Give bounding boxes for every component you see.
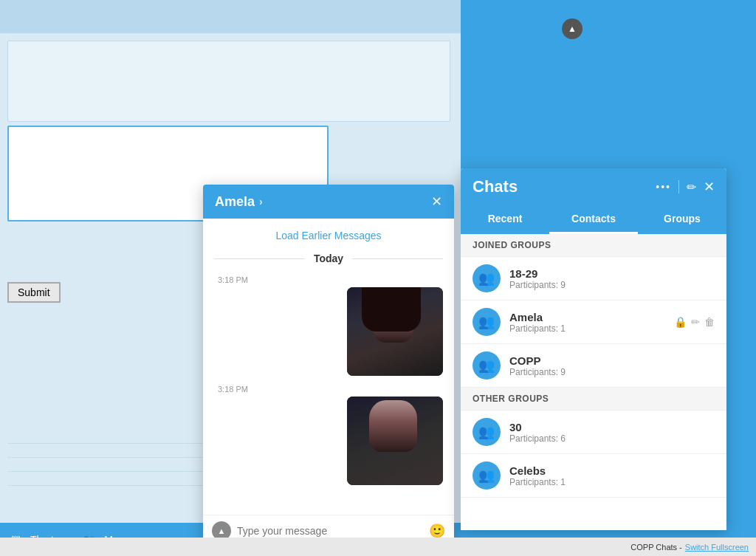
chat-message-input[interactable] xyxy=(237,525,423,537)
group-name-18-29: 18-29 xyxy=(509,267,715,280)
group-icon-copp: 👥 xyxy=(472,351,501,380)
group-info-amela: Amela Participants: 1 xyxy=(509,311,674,334)
status-bar: COPP Chats - Switch Fullscreen xyxy=(0,538,756,556)
load-earlier-link[interactable]: Load Earlier Messages xyxy=(275,230,381,241)
status-text: COPP Chats - xyxy=(630,543,682,552)
lock-icon[interactable]: 🔒 xyxy=(674,316,687,328)
chat-window: Amela › ✕ Load Earlier Messages Today 3:… xyxy=(203,185,454,546)
tab-groups[interactable]: Groups xyxy=(638,205,726,234)
message-time: 3:18 PM xyxy=(214,275,248,284)
chat-body: Load Earlier Messages Today 3:18 PM 3:18… xyxy=(203,219,454,515)
group-name-copp: COPP xyxy=(509,354,715,367)
group-info-copp: COPP Participants: 9 xyxy=(509,354,715,377)
group-item-copp[interactable]: 👥 COPP Participants: 9 xyxy=(461,344,726,388)
scroll-top-arrow[interactable]: ▲ xyxy=(562,18,583,39)
tab-contacts[interactable]: Contacts xyxy=(549,205,638,234)
chats-panel: Chats ••• ✏ ✕ Recent Contacts Groups JOI… xyxy=(461,168,726,530)
chat-close-button[interactable]: ✕ xyxy=(431,193,442,210)
chats-panel-title: Chats xyxy=(472,177,518,196)
group-icon-30: 👥 xyxy=(472,418,501,446)
chats-header-divider xyxy=(678,180,679,193)
group-participants-copp: Participants: 9 xyxy=(509,367,715,377)
group-name-celebs: Celebs xyxy=(509,464,715,477)
group-item-amela[interactable]: 👥 Amela Participants: 1 🔒 ✏ 🗑 xyxy=(461,301,726,344)
group-name-amela: Amela xyxy=(509,311,674,323)
chats-header-actions: ••• ✏ ✕ xyxy=(656,179,715,195)
group-participants-18-29: Participants: 9 xyxy=(509,280,715,290)
chats-body: JOINED GROUPS 👥 18-29 Participants: 9 👥 … xyxy=(461,234,726,530)
chats-edit-button[interactable]: ✏ xyxy=(687,180,696,194)
group-participants-amela: Participants: 1 xyxy=(509,323,674,334)
chats-panel-header: Chats ••• ✏ ✕ xyxy=(461,168,726,205)
group-actions-amela: 🔒 ✏ 🗑 xyxy=(674,316,715,328)
group-icon-18-29: 👥 xyxy=(472,264,501,292)
group-info-celebs: Celebs Participants: 1 xyxy=(509,464,715,487)
joined-groups-label: JOINED GROUPS xyxy=(461,234,726,257)
message-item: 3:18 PM xyxy=(214,275,443,376)
chats-more-options[interactable]: ••• xyxy=(656,181,671,193)
group-name-30: 30 xyxy=(509,421,715,433)
message-item: 3:18 PM xyxy=(214,385,443,485)
group-item-celebs[interactable]: 👥 Celebs Participants: 1 xyxy=(461,454,726,498)
delete-icon[interactable]: 🗑 xyxy=(704,316,715,328)
group-icon-celebs: 👥 xyxy=(472,461,501,490)
group-participants-celebs: Participants: 1 xyxy=(509,477,715,487)
edit-icon[interactable]: ✏ xyxy=(691,316,700,328)
date-label: Today xyxy=(305,253,352,264)
group-participants-30: Participants: 6 xyxy=(509,433,715,444)
message-time: 3:18 PM xyxy=(214,385,248,394)
form-box-1 xyxy=(7,41,450,122)
chat-chevron-icon: › xyxy=(259,196,263,207)
tab-recent[interactable]: Recent xyxy=(461,205,549,234)
chats-close-button[interactable]: ✕ xyxy=(704,179,715,195)
switch-fullscreen-link[interactable]: Switch Fullscreen xyxy=(685,543,749,552)
other-groups-label: OTHER GROUPS xyxy=(461,388,726,411)
group-icon-amela: 👥 xyxy=(472,308,501,336)
chats-tabs: Recent Contacts Groups xyxy=(461,205,726,234)
group-info-30: 30 Participants: 6 xyxy=(509,421,715,444)
date-divider: Today xyxy=(214,253,443,264)
group-item-18-29[interactable]: 👥 18-29 Participants: 9 xyxy=(461,257,726,301)
emoji-button[interactable]: 🙂 xyxy=(429,523,445,539)
chat-header: Amela › ✕ xyxy=(203,185,454,219)
chat-contact-name: Amela xyxy=(215,194,255,210)
chat-title-area[interactable]: Amela › xyxy=(215,194,263,210)
message-image-1 xyxy=(347,287,443,376)
submit-button[interactable]: Submit xyxy=(7,282,61,303)
message-image-2 xyxy=(347,397,443,485)
group-item-30[interactable]: 👥 30 Participants: 6 xyxy=(461,411,726,454)
group-info-18-29: 18-29 Participants: 9 xyxy=(509,267,715,290)
